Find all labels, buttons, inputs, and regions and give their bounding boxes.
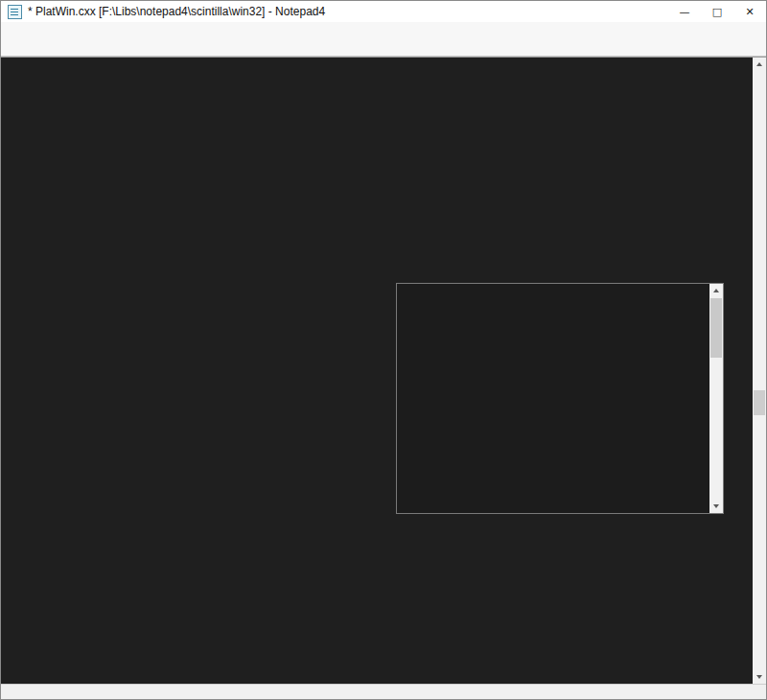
minimize-button[interactable]: — — [668, 1, 701, 22]
autocomplete-popup — [396, 283, 724, 514]
window-title: * PlatWin.cxx [F:\Libs\notepad4\scintill… — [28, 5, 325, 18]
toolbar — [1, 39, 766, 57]
close-button[interactable]: ✕ — [733, 1, 766, 22]
autocomplete-scrollbar-thumb[interactable] — [710, 298, 722, 358]
autocomplete-scroll-up-icon[interactable] — [709, 284, 723, 297]
maximize-button[interactable]: □ — [701, 1, 733, 22]
scroll-up-arrow-icon[interactable] — [753, 58, 766, 71]
app-window: * PlatWin.cxx [F:\Libs\notepad4\scintill… — [0, 0, 767, 700]
statusbar — [1, 684, 766, 700]
titlebar: * PlatWin.cxx [F:\Libs\notepad4\scintill… — [1, 1, 766, 22]
autocomplete-scrollbar[interactable] — [709, 284, 723, 513]
autocomplete-list[interactable] — [397, 284, 709, 513]
scroll-down-arrow-icon[interactable] — [753, 670, 766, 684]
app-icon — [8, 5, 22, 19]
scrollbar-thumb[interactable] — [754, 390, 765, 415]
autocomplete-scroll-down-icon[interactable] — [709, 500, 723, 513]
code-editor[interactable] — [1, 57, 766, 684]
menubar — [1, 22, 766, 39]
editor-vertical-scrollbar[interactable] — [753, 58, 766, 684]
